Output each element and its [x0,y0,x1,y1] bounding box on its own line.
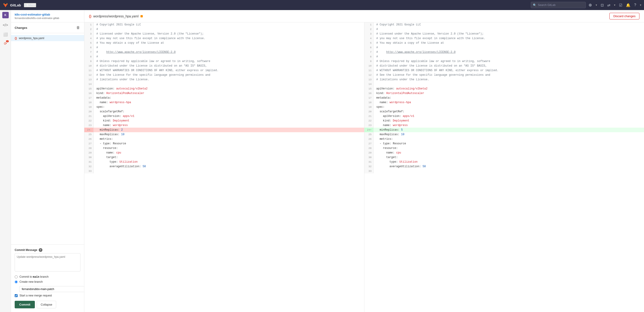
new-item-icon[interactable]: ⊕ [588,2,592,7]
line-content: kind: HorizontalPodAutoscaler [94,91,364,96]
line-content: # [94,27,364,31]
line-number: 24– [84,128,94,132]
line-number: 25 [364,132,374,137]
collapse-button[interactable]: Collapse [37,301,56,308]
line-content: # You may obtain a copy of the License a… [94,41,364,45]
merge-request-checkbox[interactable] [15,294,18,297]
line-content: # [374,45,644,50]
line-number: 27 [84,141,94,146]
line-number: 32 [364,164,374,169]
line-number: 9 [84,59,94,64]
line-content: scaleTargetRef: [374,109,644,114]
branch-main-label: Commit to main branch [20,275,48,278]
sidebar-issues-icon[interactable]: ⬜ [2,30,10,38]
line-content: - type: Resource [374,141,644,146]
line-number: 20 [364,109,374,114]
line-content: # Unless required by applicable law or a… [94,59,364,64]
line-number: 16 [364,91,374,96]
nav-logo[interactable]: GitLab [3,2,21,8]
line-number: 12 [84,73,94,77]
merge-requests-icon[interactable]: ⇄ [607,3,610,7]
new-branch-name-input[interactable] [19,286,84,292]
commit-button[interactable]: Commit [15,301,35,308]
top-nav: GitLab ☰ Menu 🔍 ⊕ ▾ ⊡ ⇄ ▾ ☑ 🔔 ? ▾ [0,0,644,10]
line-number: 15 [364,86,374,91]
line-number: 13 [84,77,94,82]
search-input[interactable] [538,3,584,7]
line-number: 9 [364,59,374,64]
discard-changes-button[interactable]: Discard changes [610,13,640,19]
changes-title: Changes [15,26,27,29]
line-number: 17 [84,96,94,100]
line-content: # Licensed under the Apache License, Ver… [94,31,364,36]
line-number: 4 [84,36,94,41]
commit-message-help-icon[interactable]: ? [39,248,42,252]
line-content: type: Utilization [374,160,644,164]
line-number: 27 [364,141,374,146]
line-content: - type: Resource [94,141,364,146]
line-number: 14 [364,82,374,86]
line-number: 26 [84,137,94,141]
project-avatar[interactable]: K [2,12,9,18]
todo-icon[interactable]: ☑ [619,3,622,7]
sidebar-commits-icon[interactable]: ⟳ 1 [2,39,10,48]
line-content: # distributed under the License is distr… [374,64,644,68]
line-content: # [374,27,644,31]
gitlab-logo-icon [3,2,8,8]
help-icon[interactable]: ? [634,3,636,7]
file-item[interactable]: {} wordpress_hpa.yaml ⊡ [11,35,84,41]
line-number: 22 [84,119,94,123]
line-content: # See the License for the specific langu… [374,73,644,77]
line-content: averageUtilization: 50 [94,164,364,169]
mr-chevron-icon[interactable]: ▾ [614,3,615,7]
diff-header: {} wordpress/wordpress_hpa.yaml Discard … [84,10,644,22]
line-number: 22 [364,119,374,123]
nav-chevron-icon[interactable]: ▾ [596,3,597,7]
line-content: # Licensed under the Apache License, Ver… [374,31,644,36]
line-number: 21 [364,114,374,119]
line-number: 1 [364,22,374,27]
line-content [374,169,644,173]
diff-old-pane: 1# Copyright 2021 Google LLC2#3# License… [84,22,364,312]
line-content: # You may obtain a copy of the License a… [374,41,644,45]
line-number: 19 [84,105,94,109]
notifications-icon[interactable]: 🔔 [626,3,630,7]
line-content: # [94,54,364,59]
line-content: name: cpu [94,151,364,155]
branch-new-radio[interactable] [15,281,18,283]
line-content: # See the License for the specific langu… [94,73,364,77]
changes-delete-button[interactable]: 🗑 [76,25,80,30]
line-number: 31 [84,160,94,164]
project-name[interactable]: k8s-cost-estimator-gitlab [15,13,80,16]
branch-main-radio[interactable] [15,275,18,278]
line-content: # WITHOUT WARRANTIES OR CONDITIONS OF AN… [374,68,644,73]
line-number: 11 [84,68,94,73]
line-content: averageUtilization: 50 [374,164,644,169]
merge-request-label: Start a new merge request [20,294,52,297]
diff-file-modified-indicator [140,15,143,17]
sidebar-code-icon[interactable]: </> [2,21,10,29]
nav-menu-button[interactable]: ☰ Menu [24,3,36,7]
line-content: target: [94,155,364,160]
line-number: 14 [84,82,94,86]
line-content: maxReplicas: 10 [94,132,364,137]
line-number: 12 [364,73,374,77]
line-number: 32 [84,164,94,169]
line-number: 18 [364,100,374,105]
left-panel: k8s-cost-estimator-gitlab fernandorubbo/… [11,10,84,312]
diff-file-type-icon: {} [89,14,92,18]
code-review-icon[interactable]: ⊡ [601,3,604,7]
line-content: # limitations under the License. [374,77,644,82]
diff-file-title: {} wordpress/wordpress_hpa.yaml [89,14,143,18]
commit-message-textarea[interactable] [15,253,80,272]
nav-menu-label: Menu [28,3,36,7]
search-icon: 🔍 [533,3,536,7]
line-number: 6 [364,45,374,50]
line-number: 17 [364,96,374,100]
line-content: type: Utilization [94,160,364,164]
line-content [374,82,644,86]
line-content: # [94,45,364,50]
commits-badge: 1 [6,40,9,42]
help-chevron-icon[interactable]: ▾ [640,3,641,7]
commit-message-label: Commit Message ? [15,248,80,252]
